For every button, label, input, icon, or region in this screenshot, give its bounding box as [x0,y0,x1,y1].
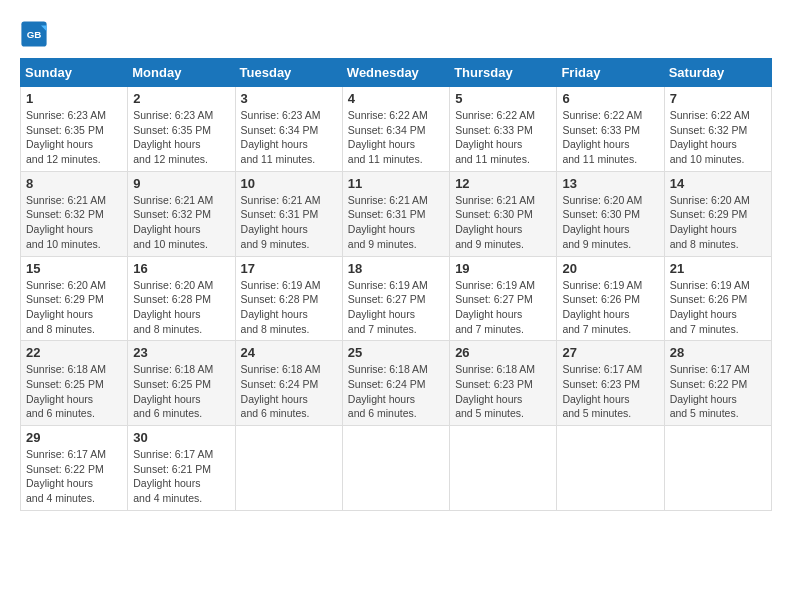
day-info: Sunrise: 6:22 AM Sunset: 6:34 PM Dayligh… [348,108,444,167]
day-number: 15 [26,261,122,276]
day-number: 21 [670,261,766,276]
day-info: Sunrise: 6:21 AM Sunset: 6:32 PM Dayligh… [26,193,122,252]
calendar-week-1: 1 Sunrise: 6:23 AM Sunset: 6:35 PM Dayli… [21,87,772,172]
weekday-header-saturday: Saturday [664,59,771,87]
day-info: Sunrise: 6:17 AM Sunset: 6:22 PM Dayligh… [670,362,766,421]
calendar-week-4: 22 Sunrise: 6:18 AM Sunset: 6:25 PM Dayl… [21,341,772,426]
calendar-cell: 16 Sunrise: 6:20 AM Sunset: 6:28 PM Dayl… [128,256,235,341]
calendar-cell: 1 Sunrise: 6:23 AM Sunset: 6:35 PM Dayli… [21,87,128,172]
calendar-cell: 22 Sunrise: 6:18 AM Sunset: 6:25 PM Dayl… [21,341,128,426]
day-info: Sunrise: 6:18 AM Sunset: 6:25 PM Dayligh… [133,362,229,421]
svg-text:GB: GB [27,29,42,40]
day-number: 12 [455,176,551,191]
day-number: 2 [133,91,229,106]
weekday-header-tuesday: Tuesday [235,59,342,87]
calendar-cell [342,426,449,511]
calendar-cell [557,426,664,511]
day-info: Sunrise: 6:19 AM Sunset: 6:26 PM Dayligh… [670,278,766,337]
day-number: 29 [26,430,122,445]
day-number: 5 [455,91,551,106]
day-info: Sunrise: 6:18 AM Sunset: 6:24 PM Dayligh… [348,362,444,421]
logo-icon: GB [20,20,48,48]
calendar-cell: 2 Sunrise: 6:23 AM Sunset: 6:35 PM Dayli… [128,87,235,172]
day-number: 23 [133,345,229,360]
day-info: Sunrise: 6:20 AM Sunset: 6:30 PM Dayligh… [562,193,658,252]
day-info: Sunrise: 6:18 AM Sunset: 6:24 PM Dayligh… [241,362,337,421]
calendar-cell: 19 Sunrise: 6:19 AM Sunset: 6:27 PM Dayl… [450,256,557,341]
day-info: Sunrise: 6:17 AM Sunset: 6:23 PM Dayligh… [562,362,658,421]
day-number: 6 [562,91,658,106]
calendar-cell [450,426,557,511]
day-info: Sunrise: 6:21 AM Sunset: 6:30 PM Dayligh… [455,193,551,252]
page-header: GB [20,20,772,48]
calendar-cell: 26 Sunrise: 6:18 AM Sunset: 6:23 PM Dayl… [450,341,557,426]
calendar-cell: 9 Sunrise: 6:21 AM Sunset: 6:32 PM Dayli… [128,171,235,256]
day-number: 22 [26,345,122,360]
calendar-cell: 15 Sunrise: 6:20 AM Sunset: 6:29 PM Dayl… [21,256,128,341]
weekday-header-sunday: Sunday [21,59,128,87]
day-number: 7 [670,91,766,106]
day-info: Sunrise: 6:23 AM Sunset: 6:34 PM Dayligh… [241,108,337,167]
calendar-cell: 23 Sunrise: 6:18 AM Sunset: 6:25 PM Dayl… [128,341,235,426]
calendar-cell: 7 Sunrise: 6:22 AM Sunset: 6:32 PM Dayli… [664,87,771,172]
calendar-cell: 10 Sunrise: 6:21 AM Sunset: 6:31 PM Dayl… [235,171,342,256]
weekday-header-row: SundayMondayTuesdayWednesdayThursdayFrid… [21,59,772,87]
day-info: Sunrise: 6:19 AM Sunset: 6:26 PM Dayligh… [562,278,658,337]
calendar-cell: 29 Sunrise: 6:17 AM Sunset: 6:22 PM Dayl… [21,426,128,511]
day-info: Sunrise: 6:22 AM Sunset: 6:33 PM Dayligh… [455,108,551,167]
day-number: 1 [26,91,122,106]
day-info: Sunrise: 6:20 AM Sunset: 6:28 PM Dayligh… [133,278,229,337]
day-number: 11 [348,176,444,191]
weekday-header-monday: Monday [128,59,235,87]
day-number: 9 [133,176,229,191]
day-info: Sunrise: 6:19 AM Sunset: 6:28 PM Dayligh… [241,278,337,337]
calendar-cell: 25 Sunrise: 6:18 AM Sunset: 6:24 PM Dayl… [342,341,449,426]
calendar-cell: 28 Sunrise: 6:17 AM Sunset: 6:22 PM Dayl… [664,341,771,426]
day-info: Sunrise: 6:17 AM Sunset: 6:22 PM Dayligh… [26,447,122,506]
day-info: Sunrise: 6:19 AM Sunset: 6:27 PM Dayligh… [455,278,551,337]
day-info: Sunrise: 6:18 AM Sunset: 6:23 PM Dayligh… [455,362,551,421]
day-info: Sunrise: 6:21 AM Sunset: 6:32 PM Dayligh… [133,193,229,252]
day-number: 25 [348,345,444,360]
weekday-header-thursday: Thursday [450,59,557,87]
calendar-cell: 8 Sunrise: 6:21 AM Sunset: 6:32 PM Dayli… [21,171,128,256]
calendar-cell: 20 Sunrise: 6:19 AM Sunset: 6:26 PM Dayl… [557,256,664,341]
calendar-cell: 4 Sunrise: 6:22 AM Sunset: 6:34 PM Dayli… [342,87,449,172]
day-number: 3 [241,91,337,106]
calendar-cell: 30 Sunrise: 6:17 AM Sunset: 6:21 PM Dayl… [128,426,235,511]
calendar-cell: 21 Sunrise: 6:19 AM Sunset: 6:26 PM Dayl… [664,256,771,341]
day-info: Sunrise: 6:23 AM Sunset: 6:35 PM Dayligh… [26,108,122,167]
calendar-cell: 27 Sunrise: 6:17 AM Sunset: 6:23 PM Dayl… [557,341,664,426]
calendar-cell: 18 Sunrise: 6:19 AM Sunset: 6:27 PM Dayl… [342,256,449,341]
calendar-week-3: 15 Sunrise: 6:20 AM Sunset: 6:29 PM Dayl… [21,256,772,341]
weekday-header-wednesday: Wednesday [342,59,449,87]
day-info: Sunrise: 6:21 AM Sunset: 6:31 PM Dayligh… [348,193,444,252]
logo: GB [20,20,52,48]
day-number: 18 [348,261,444,276]
day-info: Sunrise: 6:21 AM Sunset: 6:31 PM Dayligh… [241,193,337,252]
day-info: Sunrise: 6:22 AM Sunset: 6:33 PM Dayligh… [562,108,658,167]
day-number: 28 [670,345,766,360]
day-info: Sunrise: 6:23 AM Sunset: 6:35 PM Dayligh… [133,108,229,167]
day-number: 20 [562,261,658,276]
day-number: 16 [133,261,229,276]
calendar-cell: 5 Sunrise: 6:22 AM Sunset: 6:33 PM Dayli… [450,87,557,172]
calendar-cell: 6 Sunrise: 6:22 AM Sunset: 6:33 PM Dayli… [557,87,664,172]
day-number: 13 [562,176,658,191]
calendar-cell: 13 Sunrise: 6:20 AM Sunset: 6:30 PM Dayl… [557,171,664,256]
day-number: 10 [241,176,337,191]
day-info: Sunrise: 6:20 AM Sunset: 6:29 PM Dayligh… [670,193,766,252]
day-number: 4 [348,91,444,106]
weekday-header-friday: Friday [557,59,664,87]
calendar-cell [235,426,342,511]
calendar-cell: 24 Sunrise: 6:18 AM Sunset: 6:24 PM Dayl… [235,341,342,426]
calendar-cell: 3 Sunrise: 6:23 AM Sunset: 6:34 PM Dayli… [235,87,342,172]
calendar-cell: 14 Sunrise: 6:20 AM Sunset: 6:29 PM Dayl… [664,171,771,256]
day-number: 30 [133,430,229,445]
calendar-cell: 12 Sunrise: 6:21 AM Sunset: 6:30 PM Dayl… [450,171,557,256]
calendar-week-5: 29 Sunrise: 6:17 AM Sunset: 6:22 PM Dayl… [21,426,772,511]
calendar-cell: 17 Sunrise: 6:19 AM Sunset: 6:28 PM Dayl… [235,256,342,341]
day-number: 19 [455,261,551,276]
day-info: Sunrise: 6:22 AM Sunset: 6:32 PM Dayligh… [670,108,766,167]
day-info: Sunrise: 6:19 AM Sunset: 6:27 PM Dayligh… [348,278,444,337]
